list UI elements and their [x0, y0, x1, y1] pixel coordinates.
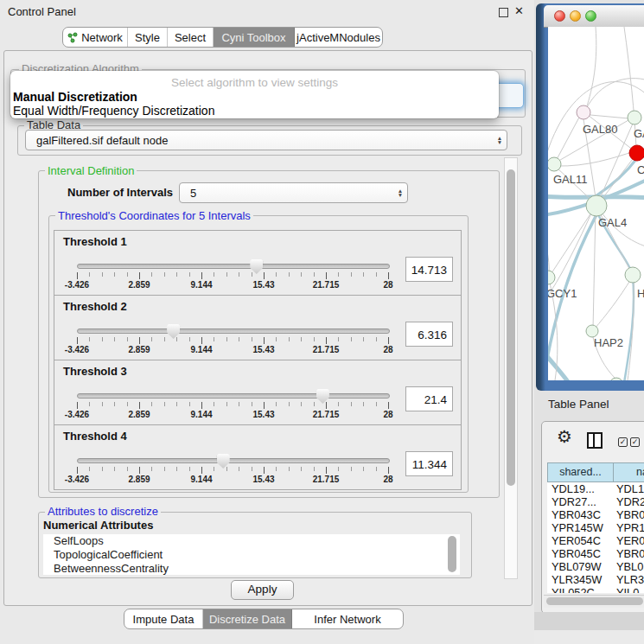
gear-icon[interactable]: ⚙ [557, 428, 572, 445]
tab-cyni-toolbox[interactable]: Cyni Toolbox [214, 28, 295, 47]
apply-button[interactable]: Apply [231, 580, 294, 600]
tab-style[interactable]: Style [128, 28, 168, 47]
threshold-value-field[interactable]: 11.344 [405, 451, 453, 476]
close-icon[interactable]: ✕ [514, 4, 524, 17]
tick-mark [363, 402, 364, 406]
split-columns-icon[interactable] [587, 432, 603, 449]
tick-mark [189, 337, 190, 341]
table-row[interactable]: YBR045CYBR0... [547, 547, 644, 560]
algorithm-option[interactable]: Manual Discretization [13, 90, 137, 104]
tick-mark [114, 272, 115, 277]
network-window-titlebar[interactable] [544, 5, 644, 28]
float-window-icon[interactable] [499, 8, 508, 17]
zoom-traffic-light-icon[interactable] [585, 10, 596, 22]
tick-mark [388, 467, 389, 474]
table-row[interactable]: YBR043CYBR0... [547, 508, 644, 521]
network-node-c[interactable] [629, 145, 644, 161]
tick-mark [214, 337, 214, 341]
table-row[interactable]: YDR27...YDR2... [547, 495, 644, 508]
network-edge[interactable] [596, 158, 637, 196]
thresholds-group-title: Threshold's Coordinates for 5 Intervals [55, 210, 253, 221]
network-graph[interactable]: GAL80GACGAL11GAL4GCY1HHAP2 [548, 27, 644, 380]
tab-impute-data[interactable]: Impute Data [124, 609, 203, 628]
tick-mark [301, 272, 302, 277]
tick-mark [252, 337, 252, 341]
slider-track[interactable] [77, 264, 390, 269]
column-header-name[interactable]: na [613, 462, 644, 482]
network-node-gal80[interactable] [577, 105, 590, 119]
slider-track[interactable] [77, 328, 390, 334]
network-edge[interactable] [556, 151, 634, 166]
cell-shared-name: YDL19... [552, 482, 595, 495]
tick-mark [164, 467, 165, 471]
algorithm-popup-placeholder: Select algorithm to view settings [10, 76, 499, 89]
network-canvas[interactable]: GAL80GACGAL11GAL4GCY1HHAP2 [548, 27, 644, 380]
attributes-list-scrollbar[interactable] [448, 536, 456, 572]
algorithm-option[interactable]: Equal Width/Frequency Discretization [13, 104, 214, 118]
tab-infer-network[interactable]: Infer Network [292, 609, 403, 628]
tab-label: jActiveMNodules [296, 31, 380, 44]
attribute-list-item[interactable]: TopologicalCoefficient [43, 548, 460, 562]
slider-track[interactable] [77, 458, 390, 463]
numerical-attributes-list[interactable]: SelfLoopsTopologicalCoefficientBetweenne… [43, 534, 460, 575]
network-edge[interactable] [585, 79, 644, 111]
cell-shared-name: YBR045C [552, 547, 601, 560]
network-edge[interactable] [593, 208, 596, 329]
tick-mark [114, 337, 115, 341]
tick-mark [189, 272, 190, 277]
tab-network[interactable]: Network [63, 28, 128, 47]
network-edge[interactable] [548, 234, 549, 276]
slider-track[interactable] [77, 393, 390, 399]
network-node-ga[interactable] [628, 111, 641, 124]
table-row[interactable]: YER054CYER0... [547, 534, 644, 547]
checkbox-icon[interactable]: ✓ [618, 437, 628, 447]
network-node[interactable] [609, 378, 623, 380]
attribute-list-item[interactable]: BetweennessCentrality [43, 562, 460, 575]
table-row[interactable]: YBL079WYBL0... [547, 560, 644, 573]
tick-mark [176, 337, 177, 341]
close-traffic-light-icon[interactable] [554, 10, 565, 22]
panel-scrollbar-thumb[interactable] [507, 169, 515, 486]
stepper-arrows-icon[interactable]: ▲▼ [393, 188, 407, 197]
network-node-gal11[interactable] [548, 157, 561, 171]
panel-scrollbar-track[interactable] [504, 157, 518, 579]
column-header-shared-name[interactable]: shared... [547, 462, 614, 482]
network-edge[interactable] [548, 351, 569, 380]
network-node-gal4[interactable] [586, 195, 607, 216]
tick-mark [326, 402, 327, 409]
network-edge[interactable] [590, 115, 628, 118]
number-of-intervals-select[interactable]: 5 ▲▼ [179, 182, 408, 203]
threshold-value-field[interactable]: 14.713 [405, 257, 453, 282]
threshold-panel: Threshold 4-3.4262.8599.14415.4321.71528… [54, 424, 462, 490]
tab-discretize-data[interactable]: Discretize Data [203, 609, 292, 628]
tick-mark [252, 467, 252, 471]
table-data-select[interactable]: galFiltered.sif default node ▲▼ [25, 130, 507, 150]
tick-mark [239, 467, 239, 471]
threshold-value-field[interactable]: 21.4 [405, 386, 453, 411]
network-edge[interactable] [595, 277, 632, 328]
table-row[interactable]: YIL052CYIL0... [547, 586, 644, 593]
tick-mark [89, 467, 90, 471]
network-node-gcy1[interactable] [548, 271, 555, 284]
table-row[interactable]: YPR145WYPR1... [547, 521, 644, 534]
tick-mark [326, 272, 327, 279]
checkbox-icon[interactable]: ✓ [630, 437, 640, 447]
tick-mark [363, 467, 364, 471]
table-row[interactable]: YDL19...YDL1... [547, 482, 644, 495]
table-hscrollbar-thumb[interactable] [546, 597, 643, 605]
table-row[interactable]: YLR345WYLR3... [547, 573, 644, 586]
tick-mark [276, 337, 277, 341]
network-node-hap2[interactable] [586, 325, 598, 337]
minimize-traffic-light-icon[interactable] [570, 10, 581, 22]
tick-mark [189, 402, 190, 406]
network-node-h[interactable] [625, 267, 641, 283]
table-hscrollbar-track[interactable] [544, 595, 644, 608]
network-edge[interactable] [554, 114, 581, 164]
threshold-value-field[interactable]: 6.316 [405, 322, 453, 347]
tab-select[interactable]: Select [168, 28, 214, 47]
stepper-arrows-icon[interactable]: ▲▼ [493, 136, 507, 144]
table-rows[interactable]: YDL19...YDL1...YDR27...YDR2...YBR043CYBR… [547, 482, 644, 593]
tab-jactivemnodules[interactable]: jActiveMNodules [295, 28, 382, 47]
attribute-list-item[interactable]: SelfLoops [43, 534, 460, 548]
tick-mark [176, 402, 177, 406]
